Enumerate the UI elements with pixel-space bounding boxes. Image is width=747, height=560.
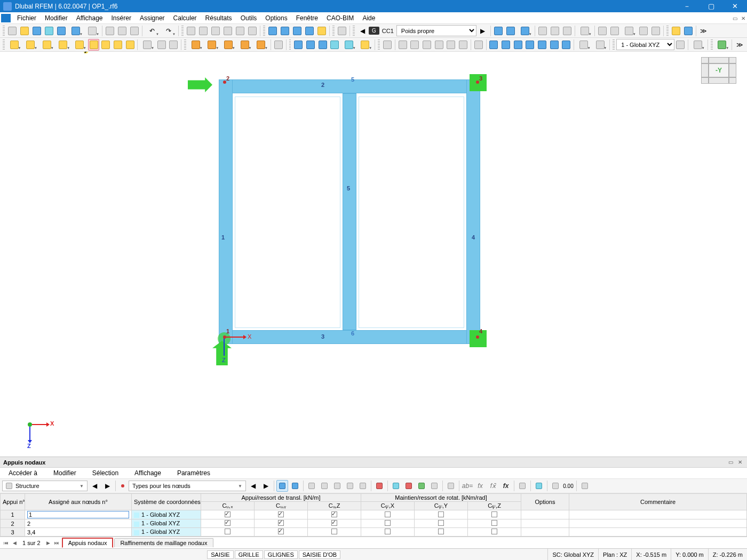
cell-cphiy[interactable]: [415, 510, 468, 519]
cell-comment[interactable]: [569, 519, 747, 528]
panel-menu-param[interactable]: Paramètres: [173, 468, 214, 478]
sheet-first[interactable]: ⏮: [2, 539, 10, 547]
panel-menu-sel[interactable]: Sélection: [88, 468, 123, 478]
row-header[interactable]: 2: [1, 519, 25, 528]
col-options[interactable]: Options: [521, 494, 569, 510]
status-saisieob[interactable]: SAISIE D'OB: [299, 550, 340, 559]
load-tool-8[interactable]: [597, 25, 608, 37]
panel-tool-m[interactable]: [550, 480, 561, 492]
sel-tool-5[interactable]: ▼: [341, 39, 357, 51]
load-tool-6[interactable]: [561, 25, 573, 37]
help-button[interactable]: [682, 25, 694, 37]
mdi-buttons[interactable]: ▭✕: [730, 15, 747, 21]
app-menu-icon[interactable]: [1, 14, 11, 22]
plane-3[interactable]: [421, 39, 433, 51]
data-btn-2[interactable]: [197, 25, 209, 37]
panel-tool-sel2[interactable]: [289, 480, 301, 492]
cell-cs[interactable]: 1 - Global XYZ: [132, 528, 201, 537]
cell-nodes[interactable]: 2: [25, 519, 132, 528]
viewport[interactable]: X Z 1 2 3 4 5 6 1 2 3 4 5 -Y X Z: [0, 52, 747, 457]
supports-table[interactable]: Appui n° Assigné aux nœuds n° Système de…: [0, 493, 747, 537]
cell-cuz[interactable]: [308, 510, 361, 519]
data-btn-3[interactable]: [210, 25, 221, 37]
lc-next-button[interactable]: ▶: [477, 25, 489, 37]
redo-button[interactable]: ↷▼: [161, 25, 177, 37]
cell-comment[interactable]: [569, 528, 747, 537]
node-tool[interactable]: ▼: [6, 39, 22, 51]
save-button[interactable]: [55, 25, 67, 37]
cell-cs[interactable]: 1 - Global XYZ: [132, 510, 201, 519]
plane-xy[interactable]: [382, 39, 393, 51]
surface-tool[interactable]: ▼: [55, 39, 71, 51]
saveas-button[interactable]: ▼: [68, 25, 84, 37]
overflow2-icon[interactable]: ≫: [734, 39, 745, 51]
panel-menu-disp[interactable]: Affichage: [130, 468, 165, 478]
panel-structure-select[interactable]: Structure▼: [2, 481, 88, 491]
load-tool-5[interactable]: [549, 25, 561, 37]
nload-tool[interactable]: ▼: [188, 39, 204, 51]
open-file-button[interactable]: [19, 25, 30, 37]
panel-tool-i[interactable]: [428, 480, 440, 492]
load-case-select[interactable]: Poids propre: [396, 25, 476, 36]
col-cphiy[interactable]: C𝜑,Y: [415, 502, 468, 510]
menu-fichier[interactable]: Fichier: [13, 13, 41, 23]
panel-type-select[interactable]: Types pour les nœuds▼: [129, 481, 246, 491]
cell-cphix[interactable]: [361, 519, 415, 528]
menu-fenetre[interactable]: Fenêtre: [292, 13, 322, 23]
load-tool-4[interactable]: [537, 25, 549, 37]
nav-cube[interactable]: -Y: [701, 57, 736, 84]
cell-cphix[interactable]: [361, 528, 415, 537]
menu-calculer[interactable]: Calculer: [169, 13, 201, 23]
pin-button[interactable]: [336, 25, 348, 37]
view-btn-1[interactable]: [267, 25, 279, 37]
panel-fx-1[interactable]: ab=: [462, 480, 473, 492]
cell-cuy[interactable]: [255, 510, 308, 519]
load-tool-2[interactable]: [505, 25, 516, 37]
col-comment[interactable]: Commentaire: [569, 494, 747, 510]
minimize-button[interactable]: －: [675, 0, 699, 12]
panel-tool-l[interactable]: [533, 480, 545, 492]
line-support-tool[interactable]: [100, 39, 112, 51]
misc-tool-1[interactable]: [273, 39, 284, 51]
new-file-button[interactable]: [6, 25, 18, 37]
panel-float-button[interactable]: ▭: [727, 459, 734, 465]
plane-1[interactable]: [397, 39, 409, 51]
panel-tool-f[interactable]: [390, 480, 402, 492]
panel-type-next[interactable]: ▶: [260, 480, 272, 492]
data-btn-6[interactable]: [247, 25, 258, 37]
plane-7[interactable]: [473, 39, 484, 51]
data-btn-4[interactable]: [222, 25, 234, 37]
col-cuy[interactable]: Cᵤ,ᵧ: [255, 502, 308, 510]
undo-button[interactable]: ↶▼: [144, 25, 160, 37]
menu-resultats[interactable]: Résultats: [201, 13, 236, 23]
cs-tool-2[interactable]: ▼: [690, 39, 706, 51]
plane-4[interactable]: [433, 39, 445, 51]
panel-tool-j[interactable]: [445, 480, 457, 492]
data-btn-1[interactable]: [185, 25, 197, 37]
cell-cphiz[interactable]: [468, 528, 521, 537]
sel-tool-1[interactable]: [292, 39, 304, 51]
panel-tool-k[interactable]: [516, 480, 528, 492]
member-tool[interactable]: ▼: [39, 39, 55, 51]
overflow-icon[interactable]: ≫: [698, 25, 710, 37]
panel-nav-next[interactable]: ▶: [101, 480, 113, 492]
panel-fx-4[interactable]: fx: [500, 480, 512, 492]
panel-tool-b[interactable]: [319, 480, 330, 492]
hinge-tool[interactable]: [112, 39, 124, 51]
sheet-prev[interactable]: ◀: [11, 539, 18, 547]
scale-tool[interactable]: [525, 39, 536, 51]
sel-tool-4[interactable]: [329, 39, 340, 51]
cell-cphiy[interactable]: [415, 519, 468, 528]
block-button[interactable]: [43, 25, 55, 37]
row-header[interactable]: 1: [1, 510, 25, 519]
menu-modifier[interactable]: Modifier: [41, 13, 72, 23]
sel-tool-6[interactable]: ▼: [357, 39, 374, 51]
grid-tool[interactable]: ▼: [576, 39, 592, 51]
col-cs[interactable]: Système de coordonnées: [132, 494, 201, 510]
load-tool-11[interactable]: [638, 25, 649, 37]
panel-fx-2[interactable]: fx: [474, 480, 486, 492]
cell-nodes[interactable]: 3,4: [25, 528, 132, 537]
mirror-tool[interactable]: [512, 39, 524, 51]
col-cphiz[interactable]: C𝜑,Z: [468, 502, 521, 510]
panel-tool-c[interactable]: [331, 480, 343, 492]
